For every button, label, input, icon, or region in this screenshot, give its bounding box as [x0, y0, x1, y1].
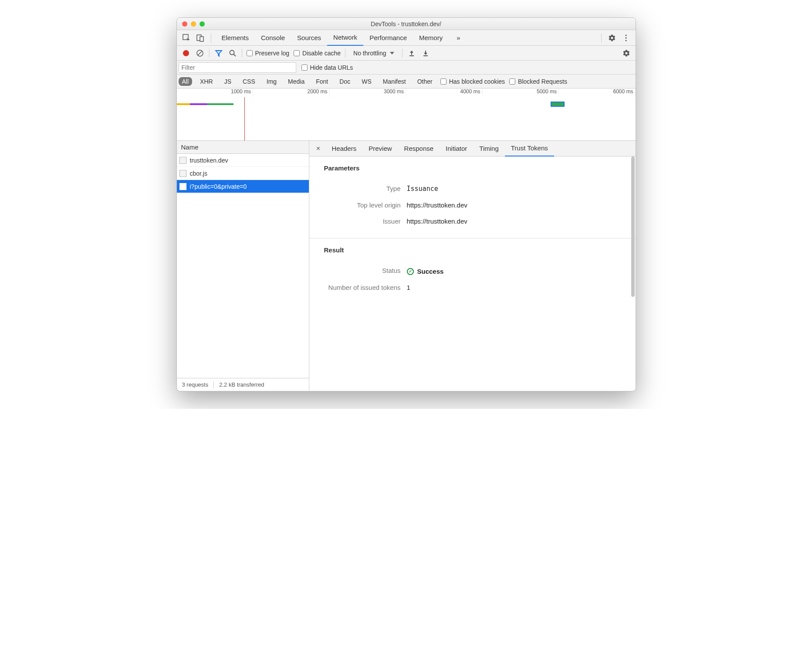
timeline-segment: [207, 103, 233, 105]
request-name: cbor.js: [190, 170, 207, 177]
svg-point-8: [230, 50, 234, 54]
detail-tab-initiator[interactable]: Initiator: [440, 141, 473, 156]
more-menu-icon[interactable]: [620, 32, 632, 44]
svg-point-3: [625, 34, 626, 36]
close-window-button[interactable]: [182, 21, 187, 27]
kv-value: ✓Success: [407, 267, 444, 275]
svg-rect-2: [200, 37, 203, 41]
timeline-tick: 1000 ms: [177, 88, 254, 97]
search-icon[interactable]: [228, 48, 237, 58]
svg-point-5: [625, 40, 626, 41]
main-tabs: ElementsConsoleSourcesNetworkPerformance…: [177, 30, 636, 46]
tabs-overflow-button[interactable]: »: [450, 30, 466, 46]
tab-network[interactable]: Network: [327, 30, 363, 46]
timeline[interactable]: 1000 ms2000 ms3000 ms4000 ms5000 ms6000 …: [177, 88, 636, 141]
maximize-window-button[interactable]: [200, 21, 205, 27]
type-filter-manifest[interactable]: Manifest: [379, 77, 409, 86]
network-toolbar: Preserve log Disable cache No throttling: [177, 46, 636, 61]
request-row[interactable]: i?public=0&private=0: [177, 180, 309, 193]
split-body: Name trusttoken.devcbor.jsi?public=0&pri…: [177, 141, 636, 391]
svg-rect-10: [409, 55, 414, 56]
throttling-select[interactable]: No throttling: [350, 49, 397, 58]
detail-tab-timing[interactable]: Timing: [473, 141, 504, 156]
download-icon[interactable]: [421, 48, 430, 58]
tab-performance[interactable]: Performance: [363, 30, 413, 46]
kv-label: Type: [324, 185, 407, 193]
throttling-label: No throttling: [353, 50, 386, 57]
titlebar: DevTools - trusttoken.dev/: [177, 18, 636, 30]
blocked-requests-checkbox[interactable]: Blocked Requests: [509, 78, 567, 85]
status-transferred: 2.2 kB transferred: [214, 381, 269, 388]
upload-icon[interactable]: [407, 48, 416, 58]
has-blocked-cookies-label: Has blocked cookies: [449, 78, 505, 85]
detail-tab-headers[interactable]: Headers: [326, 141, 363, 156]
kv-value: 1: [407, 284, 410, 291]
svg-line-7: [198, 51, 202, 55]
kv-row: Top level originhttps://trusttoken.dev: [324, 197, 636, 213]
status-requests-count: 3 requests: [177, 381, 214, 388]
timeline-segment: [551, 102, 565, 107]
close-detail-button[interactable]: ×: [313, 145, 324, 153]
type-filter-media[interactable]: Media: [284, 77, 308, 86]
timeline-tick: 3000 ms: [330, 88, 406, 97]
request-list-header: Name: [177, 141, 309, 154]
record-button[interactable]: [181, 48, 191, 58]
type-filter-row: AllXHRJSCSSImgMediaFontDocWSManifestOthe…: [177, 75, 636, 88]
inspect-element-icon[interactable]: [180, 32, 193, 44]
file-icon: [179, 183, 186, 190]
svg-rect-11: [423, 55, 428, 56]
file-icon: [179, 157, 186, 164]
file-icon: [179, 170, 186, 177]
request-row[interactable]: trusttoken.dev: [177, 154, 309, 167]
type-filter-doc[interactable]: Doc: [336, 77, 354, 86]
hide-data-urls-label: Hide data URLs: [310, 64, 353, 71]
tab-elements[interactable]: Elements: [216, 30, 255, 46]
settings-icon[interactable]: [606, 32, 618, 44]
device-toolbar-icon[interactable]: [194, 32, 206, 44]
hide-data-urls-checkbox[interactable]: Hide data URLs: [301, 64, 353, 71]
type-filter-xhr[interactable]: XHR: [196, 77, 217, 86]
parameters-section: Parameters TypeIssuanceTop level originh…: [309, 156, 636, 238]
kv-label: Issuer: [324, 217, 407, 225]
filter-icon[interactable]: [214, 48, 223, 58]
disable-cache-checkbox[interactable]: Disable cache: [294, 50, 341, 57]
timeline-tick: 6000 ms: [559, 88, 636, 97]
detail-tab-response[interactable]: Response: [398, 141, 440, 156]
type-filter-css[interactable]: CSS: [239, 77, 259, 86]
preserve-log-label: Preserve log: [255, 50, 290, 57]
detail-tabs: × HeadersPreviewResponseInitiatorTimingT…: [309, 141, 636, 156]
detail-tab-preview[interactable]: Preview: [362, 141, 398, 156]
timeline-tick: 4000 ms: [406, 88, 483, 97]
request-status-bar: 3 requests 2.2 kB transferred: [177, 378, 309, 391]
request-list-pane: Name trusttoken.devcbor.jsi?public=0&pri…: [177, 141, 309, 391]
type-filter-ws[interactable]: WS: [358, 77, 375, 86]
preserve-log-checkbox[interactable]: Preserve log: [247, 50, 290, 57]
kv-label: Status: [324, 267, 407, 275]
kv-row: TypeIssuance: [324, 180, 636, 197]
minimize-window-button[interactable]: [191, 21, 196, 27]
type-filter-font[interactable]: Font: [312, 77, 332, 86]
chevron-down-icon: [390, 52, 394, 54]
scrollbar[interactable]: [631, 156, 635, 390]
network-settings-icon[interactable]: [622, 48, 631, 58]
has-blocked-cookies-checkbox[interactable]: Has blocked cookies: [440, 78, 505, 85]
traffic-lights: [177, 21, 205, 27]
detail-tab-trust-tokens[interactable]: Trust Tokens: [505, 141, 554, 156]
result-section: Result Status✓SuccessNumber of issued to…: [309, 238, 636, 304]
tab-memory[interactable]: Memory: [413, 30, 449, 46]
kv-row: Number of issued tokens1: [324, 279, 636, 296]
request-name: i?public=0&private=0: [190, 183, 247, 190]
type-filter-all[interactable]: All: [179, 77, 193, 86]
tab-sources[interactable]: Sources: [291, 30, 327, 46]
filter-input[interactable]: [179, 62, 296, 73]
clear-button[interactable]: [195, 48, 205, 58]
timeline-tick: 5000 ms: [483, 88, 559, 97]
request-row[interactable]: cbor.js: [177, 167, 309, 180]
tab-console[interactable]: Console: [255, 30, 291, 46]
svg-point-4: [625, 37, 626, 38]
success-icon: ✓: [407, 268, 414, 275]
type-filter-other[interactable]: Other: [414, 77, 436, 86]
type-filter-js[interactable]: JS: [221, 77, 235, 86]
timeline-load-marker: [244, 97, 245, 141]
type-filter-img[interactable]: Img: [263, 77, 280, 86]
